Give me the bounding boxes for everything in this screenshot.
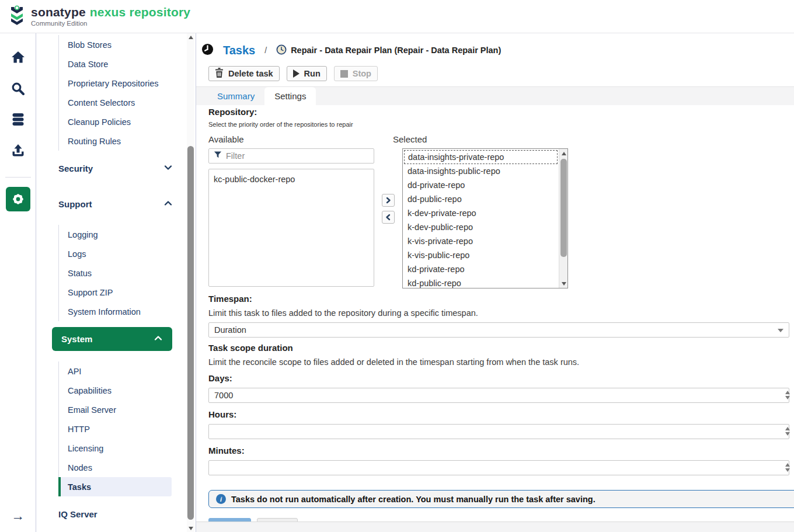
sidebar-section-system[interactable]: System <box>52 327 172 351</box>
breadcrumb: Tasks / Repair - Data Repair Plan (Repai… <box>201 42 794 58</box>
minutes-input[interactable] <box>208 460 789 475</box>
selected-item[interactable]: kd-private-repo <box>404 262 558 276</box>
delete-task-label: Delete task <box>228 69 273 78</box>
section-label: IQ Server <box>58 509 97 519</box>
scroll-down-icon[interactable] <box>187 524 194 532</box>
home-nav-button[interactable] <box>6 45 30 69</box>
search-nav-button[interactable] <box>6 76 30 100</box>
collapse-sidebar-button[interactable]: → <box>11 508 25 524</box>
gear-icon <box>11 192 25 206</box>
section-label: Security <box>58 164 93 173</box>
sidebar-item-http[interactable]: HTTP <box>68 419 183 439</box>
sidebar-item-email-server[interactable]: Email Server <box>68 400 183 419</box>
delete-task-button[interactable]: Delete task <box>208 66 280 81</box>
filter-field[interactable] <box>208 148 374 164</box>
stop-label: Stop <box>353 69 371 78</box>
repository-help: Select the priority order of the reposit… <box>208 121 794 128</box>
task-title: Repair - Data Repair Plan (Repair - Data… <box>291 46 501 55</box>
available-listbox[interactable]: kc-public-docker-repo <box>208 169 374 287</box>
info-alert: i Tasks do not run automatically after c… <box>208 490 794 508</box>
filter-input[interactable] <box>226 151 369 161</box>
selected-item[interactable]: k-dev-private-repo <box>404 206 558 220</box>
section-label: Support <box>58 199 92 209</box>
sidebar-item-status[interactable]: Status <box>68 263 183 283</box>
repository-label: Repository: <box>208 107 794 117</box>
selected-item[interactable]: data-insights-public-repo <box>404 164 558 178</box>
sidebar-item-nodes[interactable]: Nodes <box>68 458 183 477</box>
sidebar-item-content-selectors[interactable]: Content Selectors <box>68 93 183 112</box>
move-left-button[interactable] <box>382 211 395 224</box>
funnel-icon <box>214 151 222 161</box>
admin-sidebar: Blob Stores Data Store Proprietary Repos… <box>36 33 196 532</box>
scope-help: Limit the reconcile scope to files added… <box>208 357 794 367</box>
selected-item[interactable]: k-dev-public-repo <box>404 220 558 234</box>
selected-list-scrollbar[interactable] <box>559 149 567 288</box>
settings-form: Repository: Select the priority order of… <box>196 105 794 532</box>
sidebar-item-tasks[interactable]: Tasks <box>58 477 172 496</box>
browse-nav-button[interactable] <box>6 107 30 131</box>
selected-scrollbar-thumb[interactable] <box>560 159 567 257</box>
scroll-down-icon[interactable] <box>559 279 568 288</box>
days-label: Days: <box>208 373 794 383</box>
hours-input[interactable] <box>208 424 789 439</box>
move-right-button[interactable] <box>382 194 395 207</box>
sidebar-item-logging[interactable]: Logging <box>68 225 183 244</box>
sidebar-scrollbar[interactable] <box>187 33 194 532</box>
rail-divider <box>5 177 31 178</box>
sidebar-item-support-zip[interactable]: Support ZIP <box>68 283 183 302</box>
stop-task-button[interactable]: Stop <box>334 66 378 81</box>
stepper-icon[interactable] <box>785 463 790 472</box>
selected-item[interactable]: dd-private-repo <box>404 178 558 192</box>
sidebar-item-system-information[interactable]: System Information <box>68 302 183 321</box>
days-input[interactable] <box>208 388 789 403</box>
stepper-icon[interactable] <box>785 427 790 436</box>
upload-nav-button[interactable] <box>6 138 30 162</box>
sidebar-item-cleanup-policies[interactable]: Cleanup Policies <box>68 112 183 131</box>
sidebar-section-support[interactable]: Support <box>58 194 173 214</box>
timespan-select[interactable]: Duration <box>208 322 789 338</box>
selected-item[interactable]: k-vis-public-repo <box>404 248 558 262</box>
timespan-help: Limit this task to files added to the re… <box>208 308 794 318</box>
top-header: sonatype nexus repository Community Edit… <box>0 0 794 33</box>
hours-label: Hours: <box>208 409 794 419</box>
footer-strip <box>196 521 794 532</box>
tab-bar: Summary Settings <box>196 86 794 105</box>
sidebar-section-security[interactable]: Security <box>58 159 173 178</box>
sidebar-item-logs[interactable]: Logs <box>68 244 183 263</box>
selected-item[interactable]: kd-public-repo <box>404 276 558 288</box>
info-alert-text: Tasks do not run automatically after cre… <box>231 495 596 504</box>
sidebar-item-licensing[interactable]: Licensing <box>68 439 183 458</box>
sidebar-scrollbar-thumb[interactable] <box>187 146 194 520</box>
selected-item[interactable]: data-insights-private-repo <box>404 150 558 164</box>
selected-label: Selected <box>393 134 427 144</box>
admin-nav-button[interactable] <box>6 187 30 211</box>
scroll-up-icon[interactable] <box>559 149 568 158</box>
sidebar-item-routing-rules[interactable]: Routing Rules <box>68 131 183 151</box>
run-task-button[interactable]: Run <box>287 66 327 81</box>
app-window: sonatype nexus repository Community Edit… <box>0 0 794 532</box>
task-clock-icon <box>276 44 287 57</box>
scroll-up-icon[interactable] <box>187 33 194 41</box>
home-icon <box>11 51 25 64</box>
main-panel: Tasks / Repair - Data Repair Plan (Repai… <box>196 33 794 532</box>
breadcrumb-tasks-link[interactable]: Tasks <box>223 44 255 57</box>
selected-listbox[interactable]: data-insights-private-repo data-insights… <box>402 148 568 288</box>
tab-settings[interactable]: Settings <box>264 87 316 105</box>
minutes-label: Minutes: <box>208 446 794 455</box>
sidebar-item-api[interactable]: API <box>68 361 183 381</box>
sidebar-item-blob-stores[interactable]: Blob Stores <box>68 35 183 54</box>
chevron-down-icon <box>163 163 173 174</box>
selected-item[interactable]: k-vis-private-repo <box>404 234 558 248</box>
available-item[interactable]: kc-public-docker-repo <box>209 172 374 186</box>
sidebar-item-capabilities[interactable]: Capabilities <box>68 381 183 400</box>
sidebar-item-data-store[interactable]: Data Store <box>68 54 183 74</box>
repository-transfer-list: kc-public-docker-repo data-insights-priv… <box>208 148 794 288</box>
tab-summary[interactable]: Summary <box>207 87 264 105</box>
selected-item[interactable]: dd-public-repo <box>404 192 558 206</box>
sidebar-section-iq-server[interactable]: IQ Server <box>58 505 173 524</box>
sidebar-item-proprietary-repositories[interactable]: Proprietary Repositories <box>68 74 183 93</box>
stepper-icon[interactable] <box>785 391 790 399</box>
arrow-right-icon: → <box>11 508 25 523</box>
brand-logo: sonatype nexus repository Community Edit… <box>8 5 190 27</box>
breadcrumb-separator: / <box>264 46 267 55</box>
